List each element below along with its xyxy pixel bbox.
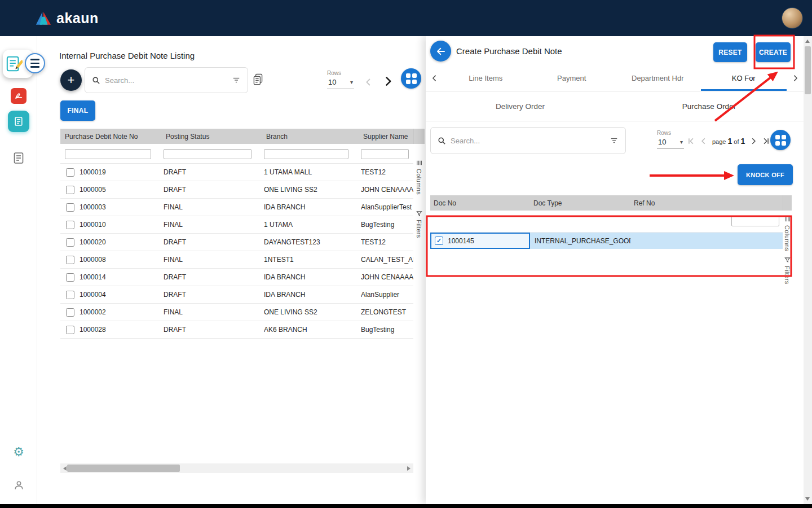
search-input[interactable]: [105, 76, 227, 85]
last-page-button[interactable]: [762, 137, 770, 145]
row-checkbox[interactable]: [66, 291, 74, 299]
filters-side-tab[interactable]: Filters: [783, 257, 792, 284]
table-row[interactable]: 1000004DRAFTIDA BRANCHAlanSupplier: [60, 286, 413, 304]
rows-per-page[interactable]: Rows 10 ▾: [327, 70, 354, 89]
col-header-note-no[interactable]: Purchase Debit Note No: [60, 133, 164, 141]
cell-branch: ONE LIVING SS2: [264, 308, 361, 316]
row-select-cell[interactable]: [60, 238, 80, 247]
sidebar-expand-button[interactable]: [25, 53, 45, 73]
ko-grid-view-button[interactable]: [770, 130, 791, 150]
row-select-cell[interactable]: [60, 326, 80, 334]
table-row-selected[interactable]: ✓ 1000145 INTERNAL_PURCHASE_GOODS...: [430, 233, 783, 249]
table-row[interactable]: 1000005DRAFTONE LIVING SS2JOHN CENAAAAA: [60, 181, 413, 199]
menu-icon: [30, 59, 39, 60]
row-checkbox[interactable]: [66, 168, 74, 177]
col-header-supplier[interactable]: Supplier Name: [361, 133, 413, 141]
row-checkbox[interactable]: [66, 326, 74, 334]
horizontal-scrollbar[interactable]: [60, 463, 413, 473]
table-row[interactable]: 1000003FINALIDA BRANCHAlanSupplierTest: [60, 199, 413, 216]
col-header-posting-status[interactable]: Posting Status: [164, 133, 264, 141]
row-select-cell[interactable]: [60, 203, 80, 212]
tabs-scroll-right[interactable]: [787, 65, 804, 91]
columns-icon: [784, 216, 791, 222]
next-page-button[interactable]: [749, 137, 757, 145]
filter-input-note-no[interactable]: [65, 149, 151, 159]
row-select-cell[interactable]: [60, 291, 80, 299]
row-checkbox[interactable]: [66, 273, 74, 282]
col-header-ref-no[interactable]: Ref No: [630, 199, 783, 207]
row-checkbox[interactable]: [66, 238, 74, 247]
prev-page-button[interactable]: [364, 78, 373, 89]
scroll-down-icon[interactable]: [805, 497, 810, 501]
duplicate-pages-icon[interactable]: [253, 73, 263, 88]
table-row[interactable]: 1000019DRAFT1 UTAMA MALLTEST12: [60, 164, 413, 181]
tab-ko-for[interactable]: KO For: [701, 65, 787, 91]
tab-department-hdr[interactable]: Department Hdr: [615, 65, 701, 91]
filters-side-tab[interactable]: Filters: [413, 211, 425, 238]
scroll-left-icon[interactable]: [63, 466, 67, 471]
reset-button[interactable]: RESET: [713, 42, 747, 62]
table-row[interactable]: 1000002FINALONE LIVING SS2ZELONGTEST: [60, 304, 413, 321]
row-select-cell[interactable]: [60, 168, 80, 177]
user-avatar[interactable]: [782, 7, 803, 29]
table-row[interactable]: 1000028DRAFTAK6 BRANCHBugTesting: [60, 321, 413, 339]
filter-input-supplier[interactable]: [361, 149, 409, 159]
row-checkbox[interactable]: [66, 221, 74, 229]
vertical-scrollbar-thumb[interactable]: [805, 46, 811, 94]
scroll-up-icon[interactable]: [805, 40, 810, 43]
tabs-scroll-left[interactable]: [426, 65, 443, 91]
table-row[interactable]: 1000014DRAFTIDA BRANCHJOHN CENAAAAA: [60, 269, 413, 286]
row-select-cell[interactable]: [60, 256, 80, 264]
prev-page-button[interactable]: [700, 137, 708, 145]
row-checkbox[interactable]: [66, 308, 74, 317]
row-checkbox[interactable]: [66, 186, 74, 194]
filter-input-ref-no[interactable]: [731, 216, 779, 226]
row-select-cell[interactable]: [60, 308, 80, 317]
grid-view-button[interactable]: [401, 68, 421, 89]
col-header-branch[interactable]: Branch: [264, 133, 361, 141]
ko-subtabs: Delivery Order Purchase Order: [426, 91, 804, 121]
col-header-doc-no[interactable]: Doc No: [430, 199, 530, 207]
subtab-delivery-order[interactable]: Delivery Order: [426, 91, 615, 121]
row-checkbox[interactable]: [66, 203, 74, 212]
scroll-right-icon[interactable]: [407, 466, 411, 471]
settings-gear-icon[interactable]: ⚙: [0, 446, 37, 458]
subtab-purchase-order[interactable]: Purchase Order: [615, 91, 804, 121]
sidebar-item-ledger-module[interactable]: [0, 111, 37, 132]
columns-side-tab[interactable]: Columns: [783, 216, 792, 251]
ko-search-input[interactable]: [451, 137, 605, 145]
final-filter-button[interactable]: FINAL: [60, 100, 95, 121]
search-box: [85, 67, 248, 93]
knock-off-button[interactable]: KNOCK OFF: [738, 164, 793, 185]
table-row[interactable]: 1000020DRAFTDAYANGTEST123TEST12: [60, 234, 413, 251]
row-select-cell[interactable]: [60, 221, 80, 229]
horizontal-scrollbar-thumb[interactable]: [67, 465, 180, 472]
table-row[interactable]: 1000010FINAL1 UTAMABugTesting: [60, 216, 413, 234]
row-checkbox-checked[interactable]: ✓: [435, 237, 443, 245]
first-page-button[interactable]: [687, 137, 695, 145]
row-select-cell[interactable]: [60, 186, 80, 194]
tab-line-items[interactable]: Line Items: [443, 65, 529, 91]
profile-icon[interactable]: [0, 480, 37, 491]
cell-debit-note-no: 1000028: [80, 326, 164, 334]
back-button[interactable]: [430, 41, 451, 62]
table-row[interactable]: 1000008FINAL1NTEST1CALAN_TEST_ARAP: [60, 251, 413, 269]
columns-side-tab[interactable]: Columns: [413, 160, 425, 195]
ko-rows-per-page[interactable]: Rows 10 ▾: [657, 130, 684, 149]
tab-payment[interactable]: Payment: [529, 65, 615, 91]
sidebar-item-pdf-module[interactable]: [0, 88, 37, 104]
filter-input-posting-status[interactable]: [164, 149, 251, 159]
doc-no-cell[interactable]: ✓ 1000145: [430, 233, 530, 249]
brand-logo[interactable]: akaun: [35, 10, 99, 27]
add-button[interactable]: +: [60, 69, 82, 91]
filter-icon[interactable]: [232, 76, 241, 84]
filter-icon[interactable]: [610, 137, 619, 144]
row-select-cell[interactable]: [60, 273, 80, 282]
col-header-doc-type[interactable]: Doc Type: [530, 199, 630, 207]
vertical-scrollbar[interactable]: [804, 36, 812, 504]
row-checkbox[interactable]: [66, 256, 74, 264]
next-page-button[interactable]: [382, 75, 394, 90]
create-button[interactable]: CREATE: [756, 42, 791, 62]
filter-input-branch[interactable]: [264, 149, 348, 159]
sidebar-item-listing-module[interactable]: [0, 151, 37, 165]
